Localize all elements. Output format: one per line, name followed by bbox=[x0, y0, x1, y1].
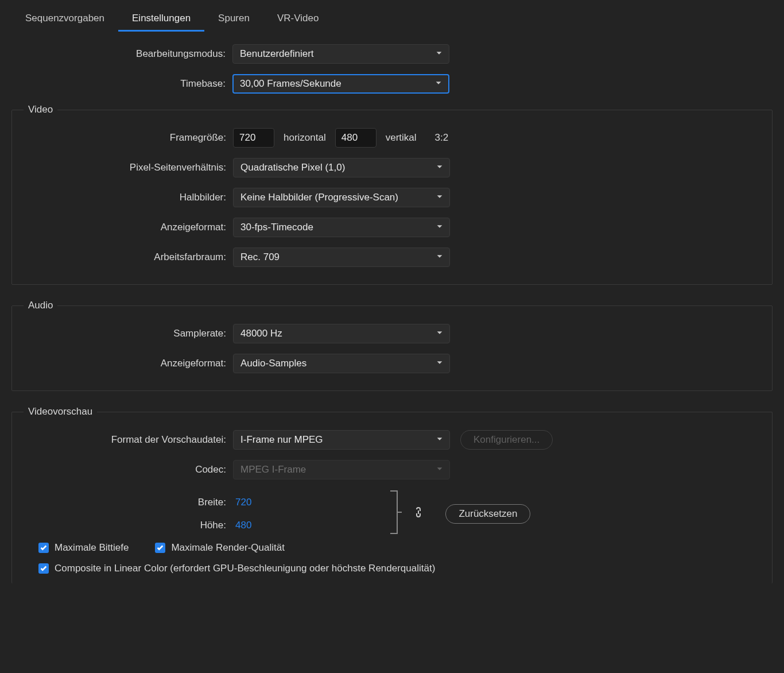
fields-value: Keine Halbbilder (Progressive-Scan) bbox=[240, 192, 398, 203]
preview-legend: Videovorschau bbox=[24, 406, 97, 417]
chevron-down-icon bbox=[436, 162, 444, 173]
preview-format-label: Format der Vorschaudatei: bbox=[12, 434, 233, 446]
video-display-label: Anzeigeformat: bbox=[12, 222, 233, 233]
codec-label: Codec: bbox=[12, 464, 233, 475]
aspect-text: 3:2 bbox=[435, 132, 449, 144]
colorspace-label: Arbeitsfarbraum: bbox=[12, 252, 233, 263]
editing-mode-value: Benutzerdefiniert bbox=[240, 48, 314, 60]
tab-vr-video[interactable]: VR-Video bbox=[263, 7, 332, 32]
preview-group: Videovorschau Format der Vorschaudatei: … bbox=[11, 406, 773, 583]
bracket-icon bbox=[389, 490, 403, 537]
video-display-select[interactable]: 30-fps-Timecode bbox=[233, 218, 450, 237]
chevron-down-icon bbox=[436, 328, 444, 339]
linear-label: Composite in Linear Color (erfordert GPU… bbox=[55, 563, 435, 574]
timebase-label: Timebase: bbox=[11, 78, 232, 90]
chevron-down-icon bbox=[436, 434, 444, 446]
timebase-value: 30,00 Frames/Sekunde bbox=[240, 78, 341, 90]
tab-spuren[interactable]: Spuren bbox=[204, 7, 263, 32]
fields-label: Halbbilder: bbox=[12, 192, 233, 203]
colorspace-select[interactable]: Rec. 709 bbox=[233, 247, 450, 267]
colorspace-value: Rec. 709 bbox=[240, 252, 280, 263]
chevron-down-icon bbox=[435, 48, 443, 60]
chevron-down-icon bbox=[436, 192, 444, 203]
audio-group: Audio Samplerate: 48000 Hz Anzeigeformat… bbox=[11, 300, 773, 391]
bitdepth-label: Maximale Bittiefe bbox=[55, 542, 129, 554]
par-value: Quadratische Pixel (1,0) bbox=[240, 162, 345, 173]
samplerate-select[interactable]: 48000 Hz bbox=[233, 324, 450, 343]
samplerate-value: 48000 Hz bbox=[240, 328, 282, 339]
video-group: Video Framegröße: horizontal vertikal 3:… bbox=[11, 104, 773, 285]
audio-display-select[interactable]: Audio-Samples bbox=[233, 354, 450, 373]
chevron-down-icon bbox=[436, 222, 444, 233]
frame-height-input[interactable] bbox=[335, 128, 377, 148]
tab-einstellungen[interactable]: Einstellungen bbox=[118, 7, 204, 32]
audio-display-label: Anzeigeformat: bbox=[12, 358, 233, 369]
video-display-value: 30-fps-Timecode bbox=[240, 222, 313, 233]
preview-format-select[interactable]: I-Frame nur MPEG bbox=[233, 430, 450, 450]
audio-legend: Audio bbox=[24, 300, 57, 311]
framesize-label: Framegröße: bbox=[12, 132, 233, 144]
preview-height-value[interactable]: 480 bbox=[235, 520, 251, 531]
codec-value: MPEG I-Frame bbox=[240, 464, 306, 475]
tab-bar: Sequenzvorgaben Einstellungen Spuren VR-… bbox=[11, 7, 773, 32]
chevron-down-icon bbox=[434, 78, 443, 90]
timebase-select[interactable]: 30,00 Frames/Sekunde bbox=[232, 74, 449, 94]
par-label: Pixel-Seitenverhältnis: bbox=[12, 162, 233, 173]
bitdepth-checkbox[interactable] bbox=[38, 543, 49, 553]
link-icon[interactable] bbox=[414, 506, 422, 521]
chevron-down-icon bbox=[436, 252, 444, 263]
configure-button: Konfigurieren... bbox=[460, 430, 553, 450]
editing-mode-label: Bearbeitungsmodus: bbox=[11, 48, 232, 60]
renderq-label: Maximale Render-Qualität bbox=[171, 542, 284, 554]
preview-width-label: Breite: bbox=[12, 497, 233, 508]
frame-width-input[interactable] bbox=[233, 128, 274, 148]
preview-width-value[interactable]: 720 bbox=[235, 497, 251, 508]
chevron-down-icon bbox=[436, 358, 444, 369]
video-legend: Video bbox=[24, 104, 57, 115]
samplerate-label: Samplerate: bbox=[12, 328, 233, 339]
editing-mode-select[interactable]: Benutzerdefiniert bbox=[232, 44, 449, 64]
reset-button[interactable]: Zurücksetzen bbox=[445, 504, 530, 524]
audio-display-value: Audio-Samples bbox=[240, 358, 306, 369]
renderq-checkbox[interactable] bbox=[155, 543, 165, 553]
fields-select[interactable]: Keine Halbbilder (Progressive-Scan) bbox=[233, 188, 450, 207]
horizontal-text: horizontal bbox=[284, 132, 326, 144]
preview-format-value: I-Frame nur MPEG bbox=[240, 434, 323, 446]
vertical-text: vertikal bbox=[386, 132, 417, 144]
preview-height-label: Höhe: bbox=[12, 520, 233, 531]
codec-select: MPEG I-Frame bbox=[233, 460, 450, 479]
par-select[interactable]: Quadratische Pixel (1,0) bbox=[233, 158, 450, 177]
tab-sequenzvorgaben[interactable]: Sequenzvorgaben bbox=[11, 7, 118, 32]
chevron-down-icon bbox=[436, 464, 444, 475]
linear-checkbox[interactable] bbox=[38, 563, 49, 574]
